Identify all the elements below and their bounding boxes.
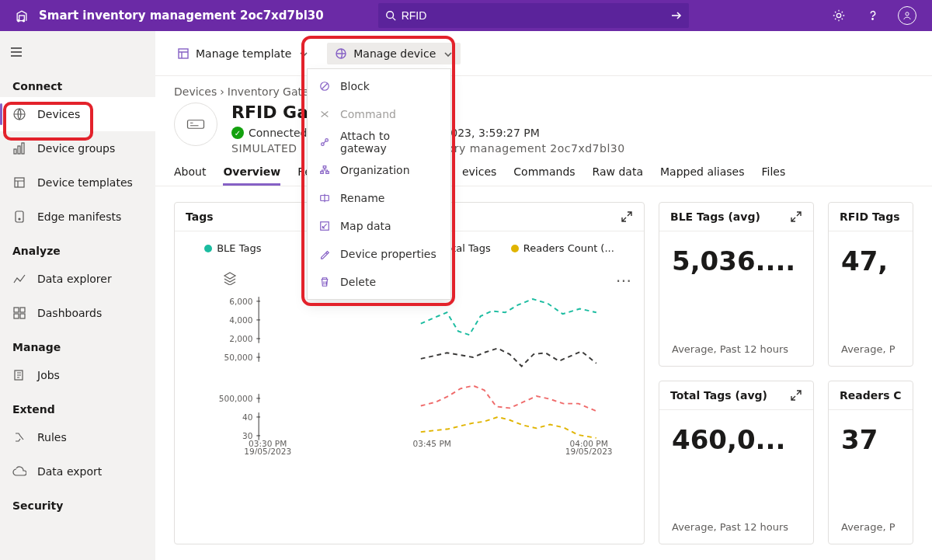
sidebar-item-label: Dashboards bbox=[37, 307, 102, 319]
tab-overview[interactable]: Overview bbox=[223, 165, 280, 186]
tile-total-tags: Total Tags (avg) 460,0... Average, Past … bbox=[659, 381, 814, 545]
device-org: tory management 2oc7xd7bl30 bbox=[443, 142, 625, 155]
explore-icon bbox=[12, 272, 26, 286]
svg-point-3 bbox=[386, 12, 393, 19]
sidebar-item-dashboards[interactable]: Dashboards bbox=[0, 296, 155, 330]
tab-mapped-aliases[interactable]: Mapped aliases bbox=[660, 165, 745, 186]
tab-rawdata[interactable]: Raw data bbox=[593, 165, 643, 186]
tile-title: Total Tags (avg) bbox=[670, 389, 767, 402]
sidebar-item-label: Devices bbox=[37, 108, 80, 120]
dashboard-icon bbox=[12, 306, 26, 320]
device-thumbnail-icon bbox=[174, 103, 217, 146]
svg-text:2,000: 2,000 bbox=[229, 334, 253, 343]
svg-point-1 bbox=[18, 20, 19, 22]
legend-readers[interactable]: Readers Count (... bbox=[511, 242, 614, 254]
svg-rect-48 bbox=[323, 166, 326, 169]
help-icon[interactable] bbox=[864, 6, 882, 25]
sidebar-item-edge-manifests[interactable]: Edge manifests bbox=[0, 200, 155, 234]
sidebar-item-label: Device templates bbox=[37, 176, 133, 189]
search-input[interactable] bbox=[397, 9, 670, 22]
svg-rect-8 bbox=[14, 149, 16, 154]
svg-rect-12 bbox=[16, 211, 23, 222]
legend-ble[interactable]: BLE Tags bbox=[204, 242, 261, 254]
avatar[interactable] bbox=[898, 6, 916, 25]
kpi-footer: Average, P bbox=[829, 328, 913, 366]
svg-text:500,000: 500,000 bbox=[219, 394, 253, 403]
tab-files[interactable]: Files bbox=[762, 165, 786, 186]
svg-text:19/05/2023: 19/05/2023 bbox=[244, 447, 291, 454]
nav-heading-security: Security bbox=[0, 489, 155, 517]
chart-icon bbox=[12, 141, 26, 155]
export-icon bbox=[12, 464, 26, 478]
jobs-icon bbox=[12, 368, 26, 382]
edge-icon bbox=[12, 210, 26, 224]
nav-heading-analyze: Analyze bbox=[0, 234, 155, 262]
tile-title: Tags bbox=[186, 210, 214, 223]
sidebar-item-data-export[interactable]: Data export bbox=[0, 454, 155, 489]
menu-item-rename[interactable]: Rename bbox=[308, 184, 450, 212]
tile-title: BLE Tags (avg) bbox=[670, 210, 760, 223]
menu-item-attach-to-gateway[interactable]: Attach to gateway bbox=[308, 128, 450, 156]
manage-device-menu: BlockCommandAttach to gatewayOrganizatio… bbox=[307, 68, 451, 300]
menu-item-command: Command bbox=[308, 100, 450, 128]
svg-text:40: 40 bbox=[242, 412, 253, 422]
sidebar-item-label: Edge manifests bbox=[37, 210, 121, 223]
app-title: Smart inventory management 2oc7xd7bl30 bbox=[39, 9, 324, 23]
expand-icon[interactable] bbox=[790, 389, 802, 402]
command-icon bbox=[318, 108, 331, 120]
svg-rect-11 bbox=[15, 178, 24, 187]
menu-item-block[interactable]: Block bbox=[308, 72, 450, 100]
template-icon bbox=[12, 176, 26, 190]
nav-heading-connect: Connect bbox=[0, 69, 155, 97]
sidebar-item-rules[interactable]: Rules bbox=[0, 420, 155, 454]
search-submit-icon[interactable] bbox=[670, 9, 683, 22]
nav-heading-manage: Manage bbox=[0, 330, 155, 358]
svg-rect-15 bbox=[20, 308, 25, 312]
sidebar: Connect Devices Device groups Device tem… bbox=[0, 31, 155, 560]
delete-icon bbox=[318, 276, 331, 288]
menu-item-delete[interactable]: Delete bbox=[308, 268, 450, 296]
device-icon bbox=[335, 47, 347, 60]
breadcrumb[interactable]: Devices › Inventory Gatew bbox=[174, 85, 913, 98]
breadcrumb-devices[interactable]: Devices bbox=[174, 85, 217, 98]
rules-icon bbox=[12, 430, 26, 444]
kpi-value: 37 bbox=[829, 410, 913, 458]
sidebar-item-label: Data explorer bbox=[37, 273, 112, 285]
svg-rect-16 bbox=[14, 314, 19, 318]
org-icon bbox=[318, 164, 331, 176]
tabs: About Overview Re evices Commands Raw da… bbox=[155, 155, 932, 186]
expand-icon[interactable] bbox=[790, 210, 802, 223]
menu-item-map-data[interactable]: Map data bbox=[308, 212, 450, 240]
svg-point-5 bbox=[872, 19, 873, 19]
sidebar-item-label: Rules bbox=[37, 431, 67, 443]
sidebar-item-label: Device groups bbox=[37, 142, 115, 155]
svg-rect-49 bbox=[321, 172, 324, 174]
svg-text:03:45 PM: 03:45 PM bbox=[413, 439, 451, 448]
svg-point-2 bbox=[23, 20, 24, 22]
gear-icon[interactable] bbox=[829, 6, 848, 25]
sidebar-item-devices[interactable]: Devices bbox=[0, 97, 155, 131]
sidebar-item-device-templates[interactable]: Device templates bbox=[0, 165, 155, 200]
search-box[interactable] bbox=[378, 3, 689, 28]
kpi-value: 47, bbox=[829, 231, 913, 280]
tab-about[interactable]: About bbox=[174, 165, 206, 186]
search-icon bbox=[384, 9, 397, 22]
tab-devices[interactable]: evices bbox=[462, 165, 496, 186]
sidebar-item-device-groups[interactable]: Device groups bbox=[0, 131, 155, 165]
tab-commands[interactable]: Commands bbox=[513, 165, 575, 186]
manage-device-button[interactable]: Manage device bbox=[327, 43, 461, 64]
manage-device-label: Manage device bbox=[353, 47, 436, 60]
svg-rect-17 bbox=[20, 314, 25, 318]
breadcrumb-gateway[interactable]: Inventory Gatew bbox=[228, 85, 318, 98]
globe-icon bbox=[12, 107, 26, 121]
attach-icon bbox=[318, 136, 331, 148]
sidebar-item-jobs[interactable]: Jobs bbox=[0, 358, 155, 392]
sidebar-item-data-explorer[interactable]: Data explorer bbox=[0, 262, 155, 296]
manage-template-button[interactable]: Manage template bbox=[174, 43, 311, 64]
svg-point-46 bbox=[322, 143, 325, 146]
hamburger-icon[interactable] bbox=[0, 37, 155, 69]
menu-item-organization[interactable]: Organization bbox=[308, 156, 450, 184]
svg-text:4,000: 4,000 bbox=[229, 315, 253, 325]
expand-icon[interactable] bbox=[621, 210, 633, 223]
menu-item-device-properties[interactable]: Device properties bbox=[308, 240, 450, 268]
